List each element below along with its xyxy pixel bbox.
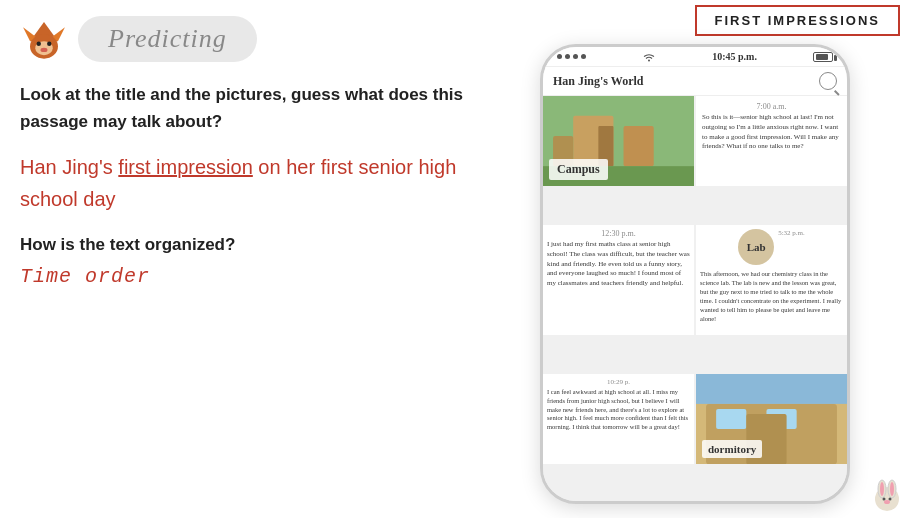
app-header: Han Jing's World — [543, 67, 847, 96]
lab-text: This afternoon, we had our chemistry cla… — [696, 267, 847, 335]
signal-dot-2 — [565, 54, 570, 59]
question1: Look at the title and the pictures, gues… — [20, 81, 470, 135]
chat2-time: 12:30 p.m. — [601, 229, 635, 238]
phone-status-bar: 10:45 p.m. — [543, 47, 847, 67]
chat-cell-2: 12:30 p.m. I just had my first maths cla… — [543, 225, 694, 335]
svg-rect-19 — [696, 374, 847, 404]
lab-cell: Lab 5:32 p.m. This afternoon, we had our… — [696, 225, 847, 335]
svg-point-27 — [884, 500, 890, 504]
answer1-s: s — [103, 156, 119, 178]
svg-point-6 — [47, 42, 51, 46]
wifi-icon — [642, 52, 656, 62]
phone: 10:45 p.m. Han Jing's World — [540, 44, 850, 504]
fox-icon — [20, 15, 68, 63]
svg-point-25 — [883, 498, 886, 501]
chat-cell-1: 7:00 a.m. So this is it—senior high scho… — [696, 96, 847, 186]
predicting-title-row: Predicting — [20, 10, 470, 63]
svg-rect-16 — [716, 409, 746, 429]
left-panel: Predicting Look at the title and the pic… — [0, 0, 490, 518]
dorm-label: dormitory — [702, 440, 762, 458]
chat1-time: 7:00 a.m. — [757, 102, 787, 111]
answer1-han-jing: Han Jing — [20, 156, 99, 178]
lab-label: Lab — [738, 229, 774, 265]
svg-point-5 — [37, 42, 41, 46]
svg-point-7 — [41, 48, 48, 52]
chat2-text: I just had my first maths class at senio… — [547, 240, 690, 289]
lab-top: Lab 5:32 p.m. — [734, 225, 809, 267]
answer1-underline: first impression — [118, 156, 252, 178]
rabbit-icon — [869, 477, 905, 513]
lab-time: 5:32 p.m. — [778, 229, 805, 237]
right-panel: FIRST IMPRESSIONS 10:45 p.m. Han — [480, 0, 910, 518]
svg-rect-11 — [624, 126, 654, 166]
answer2-time-order: Time order — [20, 265, 470, 288]
signal-dot-1 — [557, 54, 562, 59]
dorm-cell: dormitory — [696, 374, 847, 464]
battery-icon — [813, 52, 833, 62]
search-icon[interactable] — [819, 72, 837, 90]
phone-signal — [557, 54, 586, 59]
predicting-title: Predicting — [78, 16, 257, 62]
signal-dot-3 — [573, 54, 578, 59]
signal-dot-4 — [581, 54, 586, 59]
bottom-text-cell: 10:29 p. I can feel awkward at high scho… — [543, 374, 694, 464]
svg-point-24 — [890, 482, 894, 496]
app-title: Han Jing's World — [553, 74, 643, 89]
phone-time: 10:45 p.m. — [712, 51, 757, 62]
svg-point-26 — [889, 498, 892, 501]
bottom-time: 10:29 p. — [607, 378, 630, 386]
question2: How is the text organized? — [20, 235, 470, 255]
first-impressions-label: FIRST IMPRESSIONS — [695, 5, 900, 36]
phone-content: Campus 7:00 a.m. So this is it—senior hi… — [543, 96, 847, 501]
svg-point-23 — [880, 482, 884, 496]
campus-cell: Campus — [543, 96, 694, 186]
answer1: Han Jing's first impression on her first… — [20, 151, 470, 215]
campus-label: Campus — [549, 159, 608, 180]
chat1-text: So this is it—senior high school at last… — [702, 113, 841, 152]
bottom-chat: I can feel awkward at high school at all… — [547, 388, 690, 432]
